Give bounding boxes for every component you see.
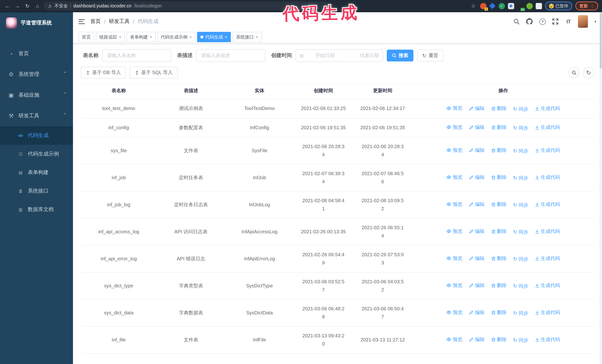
tab[interactable]: 首页 × [78, 32, 94, 42]
extension-icon-5[interactable]: on [517, 3, 523, 9]
edit-link[interactable]: 编辑 [469, 309, 484, 316]
table-name-input[interactable]: 请输入表名称 [102, 49, 171, 62]
edit-link[interactable]: 编辑 [469, 228, 484, 235]
breadcrumb-home[interactable]: 首页 [90, 18, 101, 25]
sync-link[interactable]: ↻ 同步 [513, 105, 528, 113]
close-icon[interactable]: × [225, 34, 227, 40]
delete-link[interactable]: 删除 [491, 336, 507, 343]
github-icon[interactable] [526, 18, 533, 25]
date-range-picker[interactable]: ⊞ 开始日期 - 结束日期 [296, 49, 383, 62]
sync-link[interactable]: ↻ 同步 [513, 147, 528, 155]
preview-link[interactable]: 预览 [447, 228, 462, 235]
extension-icon-4[interactable] [508, 3, 514, 9]
sidebar-item[interactable]: ◔ 首页 [0, 43, 73, 64]
sidebar-subitem[interactable]: ☑ 代码生成示例 [0, 145, 73, 163]
refresh-button[interactable]: ↻ [583, 67, 594, 78]
breadcrumb-tools[interactable]: 研发工具 [109, 18, 130, 25]
paused-badge[interactable]: 已暂停 [545, 1, 572, 10]
tab[interactable]: 系统接口 × [233, 32, 262, 42]
sidebar-item[interactable]: ▣ 基础设施 ˇ [0, 85, 73, 105]
delete-link[interactable]: 删除 [491, 174, 507, 181]
extension-icon-3[interactable]: ✓ [498, 3, 505, 9]
extension-icon-1[interactable]: 1 [480, 3, 486, 9]
close-icon[interactable]: × [119, 34, 121, 40]
delete-link[interactable]: 删除 [491, 309, 507, 316]
avatar[interactable] [578, 15, 588, 28]
edit-link[interactable]: 编辑 [469, 201, 484, 208]
generate-code-link[interactable]: 生成代码 [535, 201, 560, 208]
preview-link[interactable]: 预览 [447, 255, 462, 262]
sidebar-subitem[interactable]: </> 代码生成 [0, 126, 73, 145]
delete-link[interactable]: 删除 [491, 255, 507, 262]
tab[interactable]: 代码生成示例 × [157, 32, 195, 42]
extension-icon-6[interactable] [526, 3, 533, 9]
update-button[interactable]: 更新 ⋮ [575, 1, 598, 10]
sync-link[interactable]: ↻ 同步 [513, 175, 528, 182]
search-button[interactable]: 搜索 [387, 50, 413, 62]
address-bar[interactable]: ⚠ 不安全 dashboard.yudao.iocoder.cn/tool/co… [44, 1, 329, 10]
back-icon[interactable]: ← [4, 3, 11, 9]
close-icon[interactable]: × [256, 34, 258, 40]
sync-link[interactable]: ↻ 同步 [513, 283, 528, 290]
generate-code-link[interactable]: 生成代码 [535, 336, 560, 343]
preview-link[interactable]: 预览 [447, 124, 462, 131]
sidebar-subitem[interactable]: ▤ 表单构建 [0, 163, 73, 182]
preview-link[interactable]: 预览 [447, 201, 462, 208]
forward-icon[interactable]: → [14, 3, 21, 9]
sync-link[interactable]: ↻ 同步 [513, 229, 528, 236]
sidebar-item[interactable]: ⚒ 研发工具 ˆ [0, 105, 73, 126]
tab[interactable]: 代码生成 × [197, 32, 231, 42]
preview-link[interactable]: 预览 [447, 282, 462, 289]
preview-link[interactable]: 预览 [447, 336, 462, 343]
close-icon[interactable]: × [189, 34, 192, 40]
edit-link[interactable]: 编辑 [469, 147, 484, 154]
chevron-down-icon[interactable]: ▾ [594, 19, 596, 24]
extension-icon-7[interactable] [536, 3, 542, 9]
generate-code-link[interactable]: 生成代码 [535, 282, 560, 289]
delete-link[interactable]: 删除 [491, 282, 507, 289]
tab[interactable]: 表单构建 × [127, 32, 156, 42]
font-size-icon[interactable]: tT [565, 18, 572, 25]
preview-link[interactable]: 预览 [447, 309, 462, 316]
sync-link[interactable]: ↻ 同步 [513, 202, 528, 209]
edit-link[interactable]: 编辑 [469, 255, 484, 262]
extension-icon-2[interactable] [489, 3, 495, 9]
edit-link[interactable]: 编辑 [469, 174, 484, 181]
sidebar-subitem[interactable]: ≣ 系统接口 [0, 182, 73, 200]
sync-link[interactable]: ↻ 同步 [513, 337, 528, 344]
tab[interactable]: 链路追踪 × [96, 32, 125, 42]
edit-link[interactable]: 编辑 [469, 104, 484, 112]
close-icon[interactable]: × [150, 34, 152, 40]
generate-code-link[interactable]: 生成代码 [535, 124, 560, 131]
delete-link[interactable]: 删除 [491, 124, 507, 131]
generate-code-link[interactable]: 生成代码 [535, 147, 560, 154]
generate-code-link[interactable]: 生成代码 [535, 228, 560, 235]
generate-code-link[interactable]: 生成代码 [535, 174, 560, 181]
edit-link[interactable]: 编辑 [469, 336, 484, 343]
delete-link[interactable]: 删除 [491, 104, 507, 112]
table-desc-input[interactable]: 请输入表描述 [196, 49, 265, 62]
delete-link[interactable]: 删除 [491, 228, 507, 235]
delete-link[interactable]: 删除 [491, 147, 507, 154]
sync-link[interactable]: ↻ 同步 [513, 310, 528, 317]
preview-link[interactable]: 预览 [447, 147, 462, 154]
help-icon[interactable]: ? [539, 18, 546, 25]
fullscreen-icon[interactable] [552, 18, 559, 25]
edit-link[interactable]: 编辑 [469, 124, 484, 131]
sync-link[interactable]: ↻ 同步 [513, 256, 528, 263]
delete-link[interactable]: 删除 [491, 201, 507, 208]
edit-link[interactable]: 编辑 [469, 282, 484, 289]
sidebar-item[interactable]: ⚙ 系统管理 ˇ [0, 64, 73, 85]
search-icon[interactable] [513, 18, 520, 25]
bookmark-star-icon[interactable]: ☆ [470, 3, 477, 9]
import-sql-button[interactable]: ↥ 基于 SQL 导入 [130, 67, 178, 79]
scrollbar-thumb[interactable] [600, 13, 602, 69]
sync-link[interactable]: ↻ 同步 [513, 125, 528, 132]
preview-link[interactable]: 预览 [447, 104, 462, 112]
sidebar-subitem[interactable]: ▥ 数据库文档 [0, 200, 73, 219]
browser-scrollbar[interactable] [599, 12, 602, 364]
home-icon[interactable]: ⌂ [34, 3, 41, 9]
toggle-search-button[interactable] [568, 67, 580, 78]
reload-icon[interactable]: ↻ [24, 3, 31, 9]
preview-link[interactable]: 预览 [447, 174, 462, 181]
